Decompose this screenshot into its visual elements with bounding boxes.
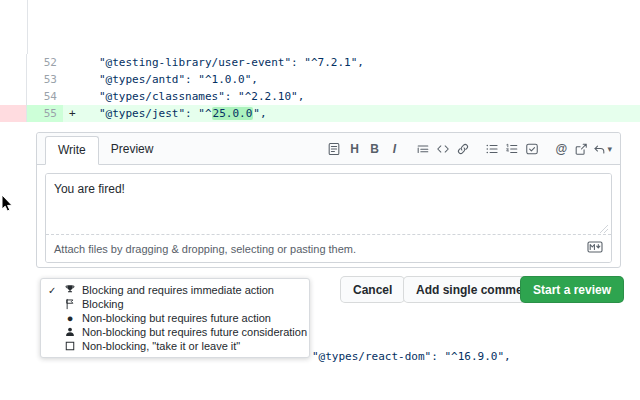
code-line: "@types/classnames": "^2.2.10",: [83, 88, 640, 105]
severity-dropdown-menu: ✓ Blocking and requires immediate action…: [40, 278, 310, 358]
attach-files-bar[interactable]: Attach files by dragging & dropping, sel…: [46, 234, 611, 262]
menu-item-nonblocking-action[interactable]: ● Non-blocking but requires future actio…: [41, 311, 309, 325]
markdown-supported-icon[interactable]: [587, 239, 603, 258]
flag-icon: [63, 298, 77, 310]
old-line-gutter: [0, 71, 27, 88]
filled-circle-icon: ●: [63, 313, 77, 324]
changed-word-highlight: 25.0.0: [212, 107, 254, 120]
line-number[interactable]: 52: [27, 54, 63, 71]
quote-icon[interactable]: [414, 140, 432, 158]
check-icon: ✓: [48, 285, 58, 296]
old-line-gutter: [0, 105, 27, 122]
line-number[interactable]: 53: [27, 71, 63, 88]
menu-item-label: Blocking and requires immediate action: [82, 284, 274, 296]
diff-sign: [63, 54, 83, 71]
tab-write[interactable]: Write: [45, 136, 99, 165]
comment-form-header: Write Preview H B I: [37, 133, 620, 165]
ordered-list-icon[interactable]: [503, 140, 521, 158]
square-icon: [63, 340, 77, 352]
cross-reference-icon[interactable]: [572, 140, 590, 158]
diff-gutter-divider: [0, 0, 28, 54]
code-line: "@testing-library/user-event": "^7.2.1",: [83, 54, 640, 71]
code-line: "@types/jest": "^25.0.0",: [83, 105, 640, 122]
code-segment: "@types/jest": "^: [99, 107, 212, 120]
pull-request-diff-page: 52 "@testing-library/user-event": "^7.2.…: [0, 0, 640, 400]
comment-textarea-wrapper: You are fired! Attach files by dragging …: [45, 173, 612, 263]
code-segment: ",: [253, 107, 266, 120]
old-line-gutter: [0, 88, 27, 105]
diff-row: 54 "@types/classnames": "^2.2.10",: [0, 88, 640, 105]
diff-sign: [63, 71, 83, 88]
code-icon[interactable]: [434, 140, 452, 158]
menu-item-take-it-or-leave-it[interactable]: Non-blocking, "take it or leave it": [41, 339, 309, 353]
comment-form-body: You are fired! Attach files by dragging …: [37, 165, 620, 271]
mouse-cursor: [1, 194, 13, 217]
diff-sign: +: [63, 105, 83, 122]
diff-sign: [63, 88, 83, 105]
line-number[interactable]: 54: [27, 88, 63, 105]
menu-item-blocking-immediate[interactable]: ✓ Blocking and requires immediate action: [41, 283, 309, 297]
diff-row: 53 "@types/antd": "^1.0.0",: [0, 71, 640, 88]
markdown-toolbar: H B I: [325, 140, 612, 158]
menu-item-label: Blocking: [82, 298, 124, 310]
text-size-icon[interactable]: [325, 140, 343, 158]
menu-item-blocking[interactable]: Blocking: [41, 297, 309, 311]
chevron-down-icon: ▾: [607, 144, 612, 154]
menu-item-label: Non-blocking, "take it or leave it": [82, 340, 240, 352]
bold-icon[interactable]: B: [365, 140, 383, 158]
tab-preview[interactable]: Preview: [99, 136, 166, 164]
trophy-icon: [63, 284, 77, 296]
comment-input[interactable]: You are fired!: [46, 174, 611, 234]
menu-item-label: Non-blocking but requires future conside…: [82, 326, 307, 338]
person-icon: [63, 326, 77, 338]
menu-item-label: Non-blocking but requires future action: [82, 312, 271, 324]
attach-hint-text: Attach files by dragging & dropping, sel…: [54, 243, 356, 255]
menu-item-nonblocking-consideration[interactable]: Non-blocking but requires future conside…: [41, 325, 309, 339]
cancel-button[interactable]: Cancel: [340, 276, 405, 303]
diff-row-added: 55 + "@types/jest": "^25.0.0",: [0, 105, 640, 122]
resize-grip[interactable]: [599, 220, 609, 238]
line-number[interactable]: 55: [27, 105, 63, 122]
diff-row: 52 "@testing-library/user-event": "^7.2.…: [0, 54, 640, 71]
tasklist-icon[interactable]: [523, 140, 541, 158]
link-icon[interactable]: [454, 140, 472, 158]
saved-replies-icon[interactable]: ▾: [592, 140, 612, 158]
old-line-gutter: [0, 54, 27, 71]
inline-comment-form: Write Preview H B I: [36, 132, 621, 268]
code-line: "@types/antd": "^1.0.0",: [83, 71, 640, 88]
heading-icon[interactable]: H: [345, 140, 363, 158]
italic-icon[interactable]: I: [385, 140, 403, 158]
unordered-list-icon[interactable]: [483, 140, 501, 158]
mention-icon[interactable]: @: [552, 140, 570, 158]
code-line: "@types/react-dom": "^16.9.0",: [312, 350, 511, 363]
start-review-button[interactable]: Start a review: [520, 276, 624, 303]
